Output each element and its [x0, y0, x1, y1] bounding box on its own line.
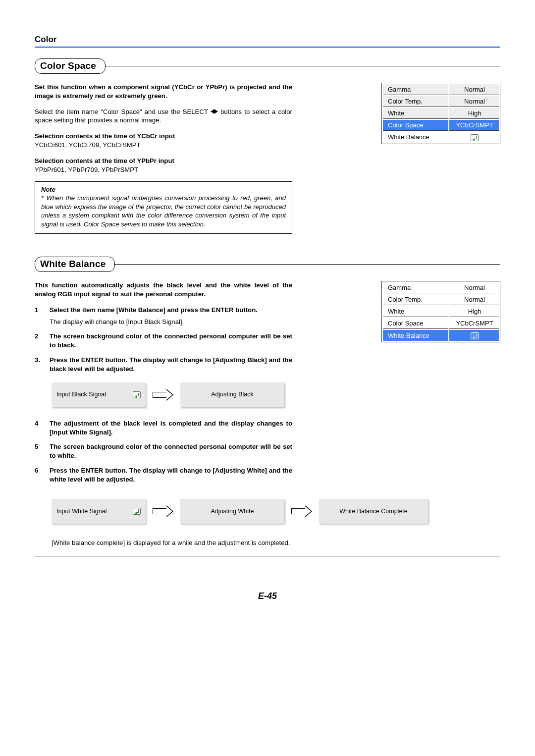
step-item: 3. Press the ENTER button. The display w…: [35, 356, 292, 374]
menu-row-selected: Color SpaceYCbCrSMPT: [383, 120, 499, 131]
adjusting-white-box: Adjusting White: [180, 499, 284, 524]
menu-row: Color SpaceYCbCrSMPT: [383, 318, 499, 329]
arrow-right-icon: [153, 389, 173, 401]
intro-bold: Set this function when a component signa…: [35, 83, 292, 101]
menu-row-selected: White Balance: [383, 330, 499, 341]
section2-body: This function automatically adjusts the …: [35, 281, 292, 489]
section-pill: White Balance: [35, 257, 115, 272]
menu-row: Color Temp.Normal: [383, 96, 499, 107]
section-header-white-balance: White Balance: [35, 257, 500, 272]
triangle-right-icon: [214, 109, 218, 114]
step-item: 6 Press the ENTER button. The display wi…: [35, 466, 292, 484]
enter-icon: [471, 134, 479, 141]
diagram-row-white: Input White Signal Adjusting White White…: [52, 499, 500, 524]
step-sub: The display will change to [Input Black …: [50, 318, 292, 326]
footer-rule: [35, 556, 500, 556]
step-item: 2 The screen background color of the con…: [35, 332, 292, 350]
blue-divider: [35, 47, 500, 48]
enter-icon: [133, 508, 141, 515]
closing-text: [White balance complete] is displayed fo…: [52, 539, 329, 547]
section-line: [114, 264, 500, 265]
page-number: E-45: [35, 591, 500, 601]
menu-row: WhiteHigh: [383, 306, 499, 317]
enter-icon: [133, 391, 141, 398]
section-pill: Color Space: [35, 58, 106, 74]
sel1-body: YCbCr601, YCbCr709, YCbCrSMPT: [35, 141, 292, 150]
menu-table-1: GammaNormal Color Temp.Normal WhiteHigh …: [381, 83, 500, 144]
section1-body: Set this function when a component signa…: [35, 83, 292, 234]
menu-row: GammaNormal: [383, 84, 499, 95]
white-balance-complete-box: White Balance Complete: [319, 499, 428, 524]
page-title: Color: [35, 35, 500, 45]
arrow-right-icon: [291, 505, 312, 517]
section-line: [105, 66, 500, 66]
section-header-color-space: Color Space: [35, 58, 500, 74]
enter-icon: [471, 332, 479, 339]
menu-table-2: GammaNormal Color Temp.Normal WhiteHigh …: [381, 281, 500, 342]
step-item: 5 The screen background color of the con…: [35, 442, 292, 460]
note-body: * When the component signal undergoes co…: [41, 194, 286, 228]
input-white-box: Input White Signal: [52, 499, 146, 524]
steps-list-2: 4 The adjustment of the black level is c…: [35, 419, 292, 484]
menu-row: GammaNormal: [383, 282, 499, 293]
menu-row: WhiteHigh: [383, 108, 499, 119]
arrow-right-icon: [153, 505, 173, 517]
sel2-title: Selection contents at the time of YPbPr …: [35, 157, 292, 165]
box-label: Input White Signal: [56, 508, 107, 515]
wb-intro: This function automatically adjusts the …: [35, 281, 292, 299]
intro-2a: Select the item name "Color Space" and u…: [35, 108, 211, 115]
sel1-title: Selection contents at the time of YCbCr …: [35, 132, 292, 141]
note-box: Note * When the component signal undergo…: [35, 181, 292, 234]
intro-2: Select the item name "Color Space" and u…: [35, 108, 292, 125]
adjusting-black-box: Adjusting Black: [180, 382, 284, 407]
sel2-body: YPbPr601, YPbPr709, YPbPrSMPT: [35, 165, 292, 174]
step-item: 4 The adjustment of the black level is c…: [35, 419, 292, 437]
box-label: Input Black Signal: [56, 390, 106, 399]
diagram-row-black: Input Black Signal Adjusting Black: [52, 382, 292, 407]
menu-row: White Balance: [383, 132, 499, 143]
step-item: 1 Select the item name [White Balance] a…: [35, 306, 292, 326]
input-black-box: Input Black Signal: [52, 382, 146, 407]
menu-row: Color Temp.Normal: [383, 294, 499, 305]
note-label: Note: [41, 185, 286, 194]
steps-list-1: 1 Select the item name [White Balance] a…: [35, 306, 292, 374]
